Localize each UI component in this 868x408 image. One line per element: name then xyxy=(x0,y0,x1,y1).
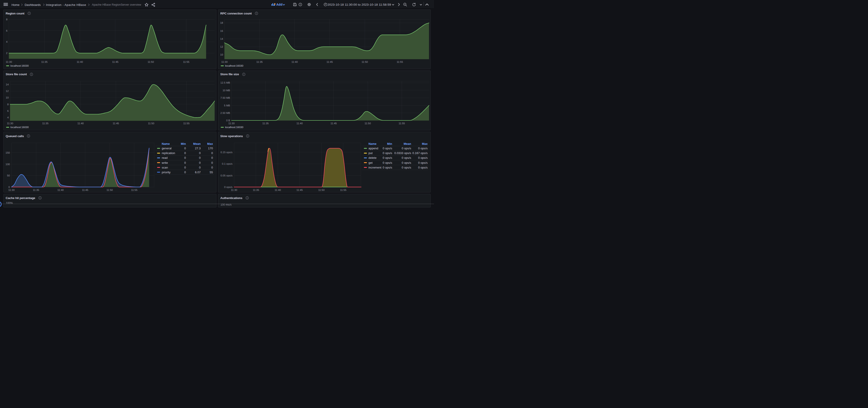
svg-text:2.50 MB: 2.50 MB xyxy=(220,111,230,114)
svg-text:0.15 ops/s: 0.15 ops/s xyxy=(220,151,232,154)
svg-text:0.167 ops/s: 0.167 ops/s xyxy=(412,151,428,155)
svg-text:11:30: 11:30 xyxy=(8,189,15,191)
svg-text:16: 16 xyxy=(220,30,223,32)
svg-text:0: 0 xyxy=(184,147,186,150)
svg-text:12: 12 xyxy=(220,45,223,48)
svg-text:0 ops/s: 0 ops/s xyxy=(383,161,392,165)
svg-text:0: 0 xyxy=(211,161,213,165)
svg-text:0 ops/s: 0 ops/s xyxy=(418,147,428,150)
svg-text:14: 14 xyxy=(220,37,223,40)
svg-text:0 ops/s: 0 ops/s xyxy=(402,147,411,150)
svg-text:8: 8 xyxy=(7,103,9,105)
svg-text:11:40: 11:40 xyxy=(77,61,83,63)
svg-text:Max: Max xyxy=(207,142,213,145)
svg-text:0: 0 xyxy=(199,161,200,165)
svg-text:7.50 MB: 7.50 MB xyxy=(220,97,230,99)
svg-text:11:50: 11:50 xyxy=(148,61,154,63)
svg-text:0: 0 xyxy=(184,151,186,155)
svg-text:0: 0 xyxy=(184,166,186,169)
svg-text:11:35: 11:35 xyxy=(253,189,259,191)
svg-text:Min: Min xyxy=(181,142,186,145)
svg-text:0: 0 xyxy=(199,151,200,155)
svg-text:50: 50 xyxy=(7,174,10,177)
svg-text:Mean: Mean xyxy=(193,142,200,145)
svg-text:0 ops/s: 0 ops/s xyxy=(402,161,411,165)
svg-text:localhost:16030: localhost:16030 xyxy=(10,64,29,67)
svg-text:0 ops/s: 0 ops/s xyxy=(224,186,232,189)
svg-text:0 ops/s: 0 ops/s xyxy=(383,156,392,160)
svg-text:write: write xyxy=(161,161,168,165)
svg-text:11:45: 11:45 xyxy=(331,122,337,125)
svg-text:Max: Max xyxy=(422,142,428,145)
svg-text:11:35: 11:35 xyxy=(256,61,263,63)
svg-text:scan: scan xyxy=(162,166,168,169)
svg-text:0: 0 xyxy=(199,166,200,169)
svg-text:0: 0 xyxy=(8,186,10,189)
svg-text:0 ops/s: 0 ops/s xyxy=(383,166,392,169)
svg-text:localhost:16030: localhost:16030 xyxy=(225,126,243,129)
svg-text:0: 0 xyxy=(184,156,186,160)
svg-text:11:35: 11:35 xyxy=(41,61,48,63)
svg-text:0.0333 ops/s: 0.0333 ops/s xyxy=(395,151,411,155)
svg-text:11:55: 11:55 xyxy=(397,61,403,63)
svg-text:read: read xyxy=(162,156,167,160)
svg-text:0: 0 xyxy=(211,151,213,155)
svg-text:18: 18 xyxy=(220,22,223,24)
svg-text:11:30: 11:30 xyxy=(228,122,235,125)
svg-text:2: 2 xyxy=(6,52,7,55)
svg-text:replication: replication xyxy=(162,151,175,155)
svg-text:0 B: 0 B xyxy=(226,119,230,122)
svg-text:11:50: 11:50 xyxy=(365,122,371,125)
svg-text:11:55: 11:55 xyxy=(131,189,137,191)
svg-text:delete: delete xyxy=(368,156,376,160)
svg-text:0 ops/s: 0 ops/s xyxy=(402,166,411,169)
svg-text:localhost:16030: localhost:16030 xyxy=(10,126,29,129)
svg-text:6: 6 xyxy=(6,29,7,32)
svg-text:Name: Name xyxy=(368,142,376,145)
svg-text:0: 0 xyxy=(199,156,200,160)
svg-text:get: get xyxy=(368,161,372,165)
svg-text:11:40: 11:40 xyxy=(297,122,303,125)
svg-text:14: 14 xyxy=(6,83,9,86)
svg-text:12: 12 xyxy=(6,90,9,92)
svg-text:11:45: 11:45 xyxy=(112,61,119,63)
svg-text:0 ops/s: 0 ops/s xyxy=(418,166,428,169)
svg-text:0 ops/s: 0 ops/s xyxy=(383,147,392,150)
svg-text:11:40: 11:40 xyxy=(291,61,298,63)
svg-text:11:45: 11:45 xyxy=(327,61,333,63)
svg-text:Name: Name xyxy=(162,142,169,145)
svg-text:localhost:16030: localhost:16030 xyxy=(225,64,243,67)
svg-text:priority: priority xyxy=(162,171,171,174)
svg-text:11:35: 11:35 xyxy=(33,189,39,191)
svg-text:11:40: 11:40 xyxy=(78,122,84,125)
svg-text:11:50: 11:50 xyxy=(362,61,368,63)
svg-text:100: 100 xyxy=(6,163,10,166)
svg-text:Min: Min xyxy=(387,142,392,145)
svg-text:150: 150 xyxy=(6,151,10,154)
svg-text:0: 0 xyxy=(211,166,213,169)
svg-text:11:50: 11:50 xyxy=(148,122,154,125)
svg-text:11:40: 11:40 xyxy=(275,189,281,191)
svg-text:6.07: 6.07 xyxy=(195,171,200,174)
svg-text:0 ops/s: 0 ops/s xyxy=(402,156,411,160)
svg-text:0: 0 xyxy=(184,161,186,165)
svg-text:11:45: 11:45 xyxy=(297,189,303,191)
svg-text:put: put xyxy=(368,151,372,155)
svg-text:11:30: 11:30 xyxy=(7,122,13,125)
svg-text:append: append xyxy=(368,147,378,150)
svg-text:0.05 ops/s: 0.05 ops/s xyxy=(220,174,232,177)
svg-text:Mean: Mean xyxy=(404,142,411,145)
svg-text:8: 8 xyxy=(6,18,7,21)
svg-text:11:40: 11:40 xyxy=(57,189,64,191)
svg-text:0 ops/s: 0 ops/s xyxy=(418,161,428,165)
svg-text:10 MB: 10 MB xyxy=(222,89,230,92)
svg-text:10: 10 xyxy=(220,53,223,56)
svg-text:55: 55 xyxy=(210,171,213,174)
svg-text:11:35: 11:35 xyxy=(42,122,49,125)
svg-text:11:55: 11:55 xyxy=(183,122,189,125)
svg-text:0 ops/s: 0 ops/s xyxy=(383,151,392,155)
svg-text:4: 4 xyxy=(7,116,9,119)
svg-text:11:55: 11:55 xyxy=(340,189,346,191)
svg-text:6: 6 xyxy=(7,109,9,112)
svg-text:27.3: 27.3 xyxy=(195,147,200,150)
